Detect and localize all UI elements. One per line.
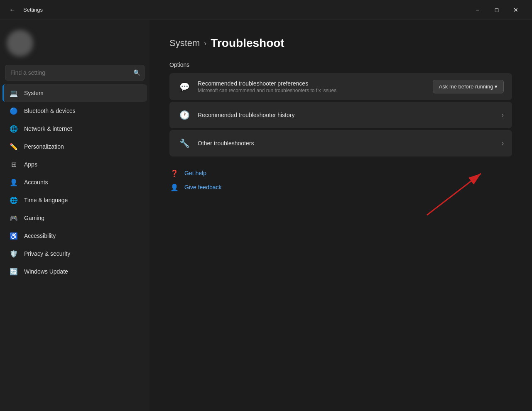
search-input[interactable] [5,65,145,81]
sidebar-item-windows-update[interactable]: 🔄Windows Update [2,263,147,280]
troubleshooter-history-icon: 🕐 [178,108,191,122]
accounts-icon: 👤 [9,178,18,187]
nav-list: 💻System🔵Bluetooth & devices🌐Network & in… [0,84,150,281]
link-item-get-help[interactable]: ❓Get help [169,168,512,178]
avatar [7,30,33,56]
other-troubleshooters-icon: 🔧 [178,137,191,150]
card-troubleshooter-history[interactable]: 🕐Recommended troubleshooter history› [169,102,512,128]
card-subtitle-recommended-prefs: Microsoft can recommend and run troubles… [198,88,426,93]
give-feedback-icon: 👤 [169,182,179,192]
card-action-recommended-prefs[interactable]: Ask me before running ▾ [433,80,504,93]
sidebar-item-label-personalization: Personalization [24,143,64,150]
sidebar-item-accounts[interactable]: 👤Accounts [2,174,147,191]
card-content-troubleshooter-history: Recommended troubleshooter history [198,112,495,118]
accessibility-icon: ♿ [9,231,18,240]
windows-update-icon: 🔄 [9,267,18,276]
sidebar-item-apps[interactable]: ⊞Apps [2,156,147,173]
sidebar-item-label-apps: Apps [24,161,37,168]
breadcrumb-current: Troubleshoot [211,37,284,50]
title-bar: ← Settings − □ ✕ [0,0,532,20]
recommended-prefs-icon: 💬 [178,80,191,93]
breadcrumb-parent: System [169,38,200,49]
card-content-recommended-prefs: Recommended troubleshooter preferencesMi… [198,80,426,93]
app-title: Settings [23,7,43,13]
sidebar-item-privacy[interactable]: 🛡️Privacy & security [2,245,147,262]
chevron-icon-other-troubleshooters: › [502,139,504,147]
sidebar-item-network[interactable]: 🌐Network & internet [2,120,147,137]
apps-icon: ⊞ [9,160,18,169]
search-box: 🔍 [5,65,145,81]
dropdown-button-recommended-prefs[interactable]: Ask me before running ▾ [433,80,504,93]
cards-container: 💬Recommended troubleshooter preferencesM… [169,73,512,157]
network-icon: 🌐 [9,124,18,133]
card-title-troubleshooter-history: Recommended troubleshooter history [198,112,495,118]
links-section: ❓Get help👤Give feedback [169,168,512,192]
card-action-other-troubleshooters[interactable]: › [502,139,504,147]
sidebar-item-label-windows-update: Windows Update [24,268,68,275]
profile-area [0,25,150,65]
sidebar-item-label-time: Time & language [24,197,68,203]
sidebar-item-label-privacy: Privacy & security [24,250,70,257]
card-other-troubleshooters[interactable]: 🔧Other troubleshooters› [169,130,512,157]
sidebar-item-bluetooth[interactable]: 🔵Bluetooth & devices [2,102,147,120]
sidebar-item-personalization[interactable]: ✏️Personalization [2,138,147,155]
sidebar-item-label-bluetooth: Bluetooth & devices [24,108,76,114]
bluetooth-icon: 🔵 [9,106,18,115]
time-icon: 🌐 [9,196,18,205]
sidebar-item-label-accounts: Accounts [24,179,48,186]
card-title-other-troubleshooters: Other troubleshooters [198,140,495,147]
sidebar-item-label-accessibility: Accessibility [24,232,56,239]
sidebar-item-system[interactable]: 💻System [2,84,147,102]
card-content-other-troubleshooters: Other troubleshooters [198,140,495,147]
card-action-troubleshooter-history[interactable]: › [502,111,504,119]
card-recommended-prefs[interactable]: 💬Recommended troubleshooter preferencesM… [169,73,512,100]
sidebar-item-time[interactable]: 🌐Time & language [2,191,147,209]
sidebar-item-label-gaming: Gaming [24,215,44,221]
minimize-button[interactable]: − [468,3,487,17]
content-area: System › Troubleshoot Options 💬Recommend… [150,20,532,411]
maximize-button[interactable]: □ [487,3,506,17]
section-label: Options [169,61,512,68]
breadcrumb: System › Troubleshoot [169,37,512,50]
back-button[interactable]: ← [7,4,18,16]
sidebar-item-label-system: System [24,90,44,96]
breadcrumb-chevron: › [204,39,206,48]
give-feedback-link[interactable]: Give feedback [184,184,222,191]
personalization-icon: ✏️ [9,142,18,151]
system-icon: 💻 [9,88,18,98]
sidebar-item-label-network: Network & internet [24,125,72,132]
chevron-icon-troubleshooter-history: › [502,111,504,118]
sidebar-item-accessibility[interactable]: ♿Accessibility [2,227,147,245]
privacy-icon: 🛡️ [9,249,18,258]
window-controls: − □ ✕ [468,3,525,17]
link-item-give-feedback[interactable]: 👤Give feedback [169,182,512,192]
sidebar: 🔍 💻System🔵Bluetooth & devices🌐Network & … [0,20,150,411]
close-button[interactable]: ✕ [506,3,525,17]
main-layout: 🔍 💻System🔵Bluetooth & devices🌐Network & … [0,20,532,411]
sidebar-item-gaming[interactable]: 🎮Gaming [2,209,147,227]
gaming-icon: 🎮 [9,213,18,223]
card-title-recommended-prefs: Recommended troubleshooter preferences [198,80,426,87]
get-help-link[interactable]: Get help [184,170,206,176]
content-wrapper: System › Troubleshoot Options 💬Recommend… [169,37,512,192]
get-help-icon: ❓ [169,168,179,178]
